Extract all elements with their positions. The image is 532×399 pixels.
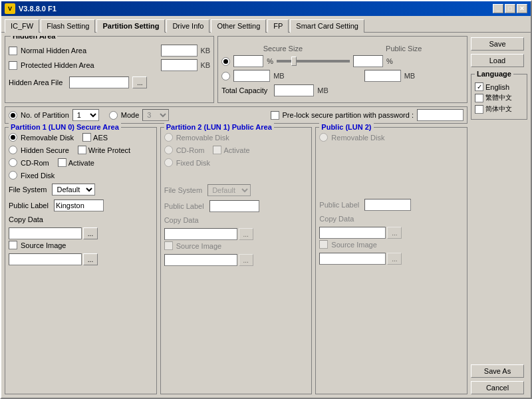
mode-select[interactable]: 3 bbox=[142, 109, 169, 121]
secure-mb-input[interactable] bbox=[233, 70, 270, 82]
tab-smart-card-setting[interactable]: Smart Card Setting bbox=[290, 19, 364, 33]
total-capacity-input[interactable] bbox=[274, 84, 314, 96]
english-checkbox[interactable] bbox=[475, 82, 483, 91]
public-size-label: Public Size bbox=[386, 45, 422, 53]
hidden-file-browse-btn[interactable]: ... bbox=[132, 76, 147, 88]
p2-sourceimage-browse[interactable]: ... bbox=[239, 254, 253, 266]
p2-filesystem-select[interactable]: Default bbox=[207, 184, 251, 196]
public-lun2-box: Public (LUN 2) Removable Disk Public Lab… bbox=[315, 127, 467, 394]
p2-publiclabel-input[interactable] bbox=[209, 200, 259, 212]
p1-cdrom-radio[interactable] bbox=[9, 158, 17, 167]
p2-activate-checkbox[interactable] bbox=[213, 146, 221, 154]
p1-activate-label: Activate bbox=[68, 159, 94, 167]
p1-hidden-radio[interactable] bbox=[9, 146, 17, 154]
p1-sourceimage-label: Source Image bbox=[21, 241, 66, 249]
save-button[interactable]: Save bbox=[471, 37, 524, 51]
p1-publiclabel-input[interactable] bbox=[54, 200, 104, 211]
language-title: Language bbox=[475, 70, 513, 78]
p2-cdrom-radio[interactable] bbox=[164, 146, 173, 154]
public-percent-input[interactable] bbox=[353, 55, 383, 67]
minimize-button[interactable]: _ bbox=[493, 4, 503, 13]
p1-sourceimage-browse[interactable]: ... bbox=[83, 253, 98, 265]
p1-filesystem-select[interactable]: DefaultFAT32FAT16 bbox=[52, 184, 95, 196]
lun2-copydata-input[interactable] bbox=[319, 227, 386, 239]
p2-removable-radio[interactable] bbox=[164, 133, 173, 142]
save-as-button[interactable]: Save As bbox=[471, 364, 524, 378]
tab-partition-setting[interactable]: Partition Setting bbox=[96, 19, 165, 33]
lun2-copydata-label: Copy Data bbox=[319, 215, 354, 223]
p1-sourceimage-checkbox[interactable] bbox=[9, 241, 17, 249]
normal-hidden-input[interactable] bbox=[161, 45, 198, 57]
tab-flash-setting[interactable]: Flash Setting bbox=[41, 19, 95, 33]
secure-percent-input[interactable] bbox=[233, 55, 263, 67]
no-of-partition-select[interactable]: 123 bbox=[72, 109, 99, 121]
p2-sourceimage-input[interactable] bbox=[164, 254, 237, 266]
lun2-copydata-browse[interactable]: ... bbox=[387, 227, 402, 239]
p1-write-protect-checkbox[interactable] bbox=[78, 146, 86, 154]
prelock-input[interactable] bbox=[417, 109, 464, 121]
normal-hidden-checkbox[interactable] bbox=[9, 47, 17, 55]
lun2-sourceimage-browse[interactable]: ... bbox=[387, 253, 402, 265]
p1-sourceimage-input[interactable] bbox=[9, 253, 82, 265]
tab-ic-fw[interactable]: IC_FW bbox=[5, 19, 39, 33]
hidden-file-input[interactable] bbox=[69, 76, 129, 88]
p2-fixed-label: Fixed Disk bbox=[176, 159, 210, 167]
lun2-publiclabel-input[interactable] bbox=[364, 199, 411, 211]
p1-activate-row: Activate bbox=[58, 158, 94, 167]
window-title: V3.8.8.0 F1 bbox=[19, 5, 57, 13]
partition2-title: Partition 2 (LUN 1) Public Area bbox=[164, 123, 274, 131]
protected-hidden-input[interactable] bbox=[161, 59, 198, 71]
p1-aes-label: AES bbox=[93, 134, 108, 142]
hidden-file-label: Hidden Area File bbox=[9, 78, 63, 86]
public-mb-input[interactable] bbox=[364, 70, 401, 82]
partition2-box: Partition 2 (LUN 1) Public Area Removabl… bbox=[160, 127, 313, 394]
p1-aes-row: AES bbox=[82, 133, 108, 142]
hidden-area-group: Hidden Area Normal Hidden Area KB Protec… bbox=[5, 36, 214, 103]
p1-aes-checkbox[interactable] bbox=[82, 133, 91, 142]
p2-filesystem-label: File System bbox=[164, 186, 202, 194]
percent-radio[interactable] bbox=[221, 57, 230, 66]
tab-other-setting[interactable]: Other Setting bbox=[211, 19, 266, 33]
p1-copydata-browse[interactable]: ... bbox=[83, 227, 98, 239]
p1-fixed-radio[interactable] bbox=[9, 171, 17, 180]
lun2-sourceimage-checkbox[interactable] bbox=[319, 240, 328, 249]
size-slider[interactable] bbox=[277, 60, 350, 63]
traditional-chinese-option[interactable]: 繁體中文 bbox=[475, 93, 523, 102]
p1-activate-checkbox[interactable] bbox=[58, 158, 66, 167]
cancel-button[interactable]: Cancel bbox=[471, 381, 524, 394]
language-group: Language English 繁體中文 简体中文 bbox=[471, 74, 527, 120]
p1-fixed-row: Fixed Disk bbox=[9, 171, 153, 180]
p1-removable-radio[interactable] bbox=[9, 133, 17, 142]
main-window: V V3.8.8.0 F1 _ □ ✕ IC_FW Flash Setting … bbox=[0, 0, 532, 399]
traditional-chinese-checkbox[interactable] bbox=[475, 94, 483, 102]
p2-copydata-browse[interactable]: ... bbox=[239, 228, 253, 240]
maximize-button[interactable]: □ bbox=[505, 4, 515, 13]
secure-mb-unit: MB bbox=[273, 72, 285, 80]
p2-copydata-input[interactable] bbox=[164, 228, 237, 240]
close-button[interactable]: ✕ bbox=[517, 4, 527, 13]
secure-size-label: Secure Size bbox=[263, 45, 303, 53]
protected-hidden-checkbox[interactable] bbox=[9, 61, 17, 70]
lun2-sourceimage-input[interactable] bbox=[319, 253, 386, 265]
simplified-chinese-label: 简体中文 bbox=[485, 104, 512, 114]
lun2-removable-radio[interactable] bbox=[319, 133, 328, 142]
p2-fixed-radio[interactable] bbox=[164, 158, 173, 167]
tab-drive-info[interactable]: Drive Info bbox=[166, 19, 209, 33]
mode-radio[interactable] bbox=[109, 111, 118, 120]
english-option[interactable]: English bbox=[475, 82, 523, 91]
prelock-checkbox[interactable] bbox=[271, 111, 279, 120]
p2-cdrom-row: CD-Rom Activate bbox=[164, 146, 309, 154]
simplified-chinese-checkbox[interactable] bbox=[475, 105, 483, 114]
p1-removable-label: Removable Disk bbox=[21, 134, 74, 142]
content-area: Hidden Area Normal Hidden Area KB Protec… bbox=[5, 36, 467, 394]
simplified-chinese-option[interactable]: 简体中文 bbox=[475, 104, 523, 114]
p2-sourceimage-checkbox[interactable] bbox=[164, 241, 173, 250]
normal-hidden-label: Normal Hidden Area bbox=[21, 47, 86, 55]
p1-copydata-input[interactable] bbox=[9, 227, 82, 239]
tab-fp[interactable]: FP bbox=[267, 19, 289, 33]
no-of-partition-radio[interactable] bbox=[9, 111, 17, 120]
mb-radio[interactable] bbox=[221, 72, 230, 80]
p2-cdrom-label: CD-Rom bbox=[176, 146, 205, 154]
load-button[interactable]: Load bbox=[471, 54, 524, 67]
lun2-sourceimage-label: Source Image bbox=[331, 241, 376, 249]
